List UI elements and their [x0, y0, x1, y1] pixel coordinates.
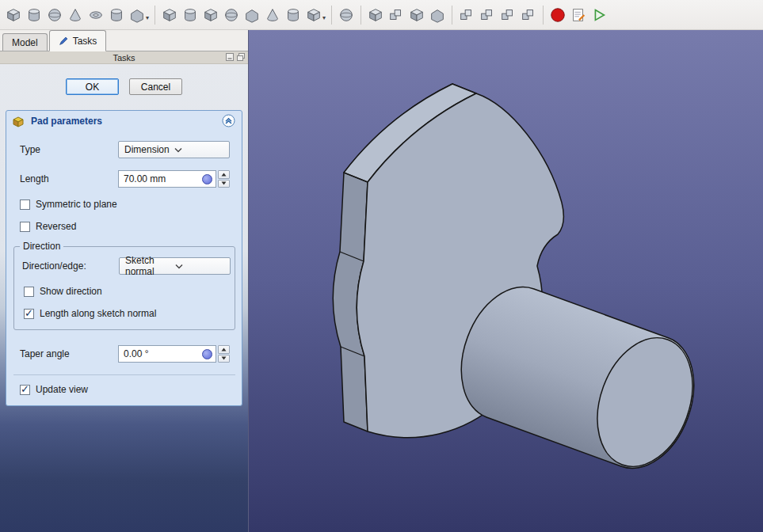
length-label: Length [20, 173, 118, 184]
length-along-normal-label: Length along sketch normal [40, 308, 156, 319]
panel-tabbar: Model Tasks [0, 30, 248, 51]
pad-parameters-box: Pad parameters Type [6, 110, 242, 406]
length-along-normal-row[interactable]: Length along sketch normal [22, 308, 231, 319]
direction-group: Direction Direction/edge: Sketch normal [13, 246, 235, 330]
3d-model[interactable] [249, 30, 763, 532]
taper-spin-up[interactable] [218, 345, 230, 354]
macro-execute-icon[interactable] [589, 5, 609, 25]
explode-compound-icon[interactable] [477, 5, 498, 25]
part-sweep-icon[interactable] [283, 5, 303, 25]
show-direction-label: Show direction [40, 286, 102, 297]
pen-icon [59, 36, 69, 46]
freecad-window: ▾▾ Model Tasks Tasks [0, 0, 763, 532]
tab-model-label: Model [12, 37, 38, 48]
symmetric-label: Symmetric to plane [36, 199, 117, 210]
reversed-row[interactable]: Reversed [13, 221, 235, 232]
tab-tasks-label: Tasks [73, 36, 97, 47]
pad-parameters-content: Type Dimension Len [6, 141, 242, 395]
toolbar-separator [331, 6, 332, 25]
toolbar-separator [543, 6, 544, 25]
length-spin-up[interactable] [218, 170, 230, 179]
chevron-down-icon [175, 264, 225, 269]
pad-icon [12, 115, 25, 127]
tasks-panel-body: OK Cancel Pad parameters [0, 64, 248, 532]
toolbar: ▾▾ [0, 0, 763, 30]
collapse-section-icon[interactable] [222, 114, 235, 127]
divider [13, 374, 235, 375]
cancel-button[interactable]: Cancel [129, 78, 182, 95]
boolean-union-icon[interactable] [386, 5, 406, 25]
expression-icon[interactable] [202, 349, 212, 359]
tab-model[interactable]: Model [2, 33, 48, 51]
type-row: Type Dimension [13, 141, 235, 158]
part-cylinder-icon[interactable] [24, 5, 44, 25]
toolbar-separator [452, 6, 452, 25]
length-along-normal-checkbox[interactable] [24, 309, 34, 319]
float-panel-icon[interactable] [237, 53, 245, 61]
part-primitives-icon-dropdown[interactable]: ▾ [146, 14, 149, 21]
taper-angle-row: Taper angle 0.00 ° [13, 345, 235, 363]
part-cone-icon[interactable] [65, 5, 86, 25]
chevron-down-icon [174, 147, 224, 153]
check-geometry-icon[interactable] [498, 5, 518, 25]
part-mirror-icon[interactable] [200, 5, 221, 25]
taper-angle-label: Taper angle [20, 348, 118, 359]
part-primitives-icon[interactable] [127, 5, 147, 25]
update-view-label: Update view [36, 384, 88, 395]
expression-icon[interactable] [202, 174, 212, 184]
type-dropdown[interactable]: Dimension [118, 141, 230, 158]
direction-edge-value: Sketch normal [125, 255, 175, 277]
main-area: Model Tasks Tasks [0, 30, 763, 532]
part-chamfer-icon[interactable] [242, 5, 262, 25]
reversed-checkbox[interactable] [20, 222, 30, 232]
show-direction-row[interactable]: Show direction [22, 286, 231, 297]
tab-tasks[interactable]: Tasks [49, 30, 107, 51]
part-fillet-icon[interactable] [221, 5, 242, 25]
boolean-intersection-icon[interactable] [406, 5, 427, 25]
reversed-label: Reversed [36, 221, 76, 232]
part-offset-icon[interactable] [303, 5, 324, 25]
direction-edge-row: Direction/edge: Sketch normal [22, 257, 231, 275]
ok-button[interactable]: OK [66, 78, 119, 95]
toolbar-separator [155, 6, 155, 25]
macro-edit-icon[interactable] [568, 5, 589, 25]
direction-group-label: Direction [20, 241, 63, 252]
tasks-titlebar: Tasks [0, 51, 248, 64]
part-ruled-surface-icon[interactable] [336, 5, 357, 25]
direction-edge-label: Direction/edge: [22, 260, 119, 272]
part-box-icon[interactable] [3, 5, 24, 25]
show-direction-checkbox[interactable] [24, 287, 34, 297]
update-view-checkbox[interactable] [20, 385, 30, 395]
toolbar-separator [361, 6, 361, 25]
part-revolve-icon[interactable] [180, 5, 200, 25]
part-tube-icon[interactable] [106, 5, 127, 25]
update-view-row[interactable]: Update view [13, 384, 235, 395]
part-loft-icon[interactable] [262, 5, 283, 25]
length-value: 70.00 mm [124, 173, 202, 184]
symmetric-checkbox[interactable] [20, 200, 30, 210]
type-value: Dimension [124, 144, 174, 155]
defeaturing-icon[interactable] [518, 5, 539, 25]
part-sphere-icon[interactable] [44, 5, 65, 25]
pad-parameters-title: Pad parameters [31, 116, 216, 127]
macro-record-icon[interactable] [547, 5, 568, 25]
minimize-panel-icon[interactable] [226, 53, 234, 61]
part-torus-icon[interactable] [86, 5, 106, 25]
length-input[interactable]: 70.00 mm [118, 170, 216, 188]
3d-viewport[interactable] [248, 30, 763, 532]
type-label: Type [20, 144, 118, 155]
direction-edge-dropdown[interactable]: Sketch normal [119, 257, 231, 275]
part-extrude-icon[interactable] [159, 5, 180, 25]
taper-spin-down[interactable] [218, 355, 230, 363]
boolean-section-icon[interactable] [427, 5, 448, 25]
tasks-panel: Model Tasks Tasks [0, 30, 248, 532]
tasks-title: Tasks [0, 53, 248, 63]
length-row: Length 70.00 mm [13, 170, 235, 188]
taper-angle-input[interactable]: 0.00 ° [118, 345, 216, 363]
taper-angle-value: 0.00 ° [124, 348, 202, 359]
compound-tools-icon[interactable] [456, 5, 477, 25]
part-offset-icon-dropdown[interactable]: ▾ [322, 14, 326, 21]
boolean-cut-icon[interactable] [365, 5, 386, 25]
symmetric-to-plane-row[interactable]: Symmetric to plane [13, 199, 235, 210]
length-spin-down[interactable] [218, 180, 230, 188]
